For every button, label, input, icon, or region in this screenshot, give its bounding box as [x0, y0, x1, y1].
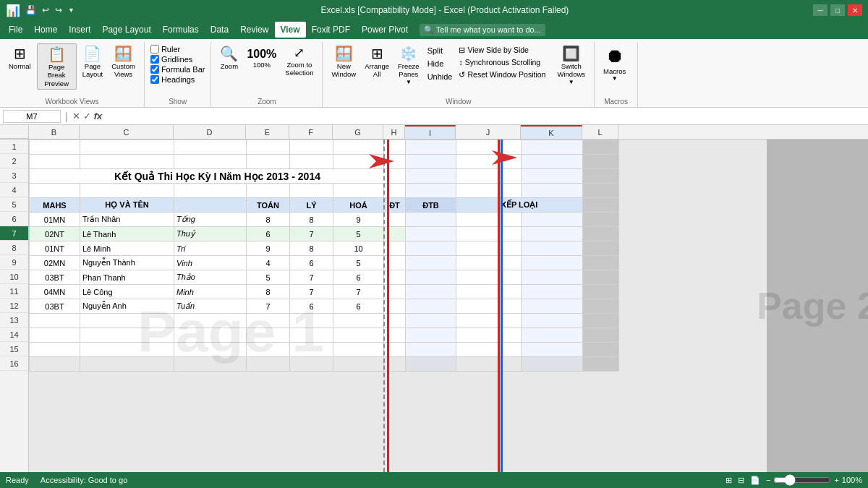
minimize-button[interactable]: ─ — [813, 4, 827, 16]
cell-g16[interactable] — [333, 357, 384, 372]
macros-button[interactable]: ⏺ Macros ▼ — [600, 43, 629, 83]
cell-g15[interactable] — [333, 343, 384, 357]
cell-h13[interactable] — [384, 314, 406, 328]
cell-d2[interactable] — [174, 155, 247, 169]
gridlines-check-input[interactable] — [150, 55, 159, 64]
redo-button[interactable]: ↪ — [53, 4, 64, 16]
freeze-panes-button[interactable]: ❄️ Freeze Panes ▼ — [395, 43, 422, 87]
page-layout-button[interactable]: 📄 Page Layout — [80, 43, 106, 80]
menu-file[interactable]: File — [3, 22, 28, 38]
customize-quick-access-button[interactable]: ▼ — [66, 6, 77, 14]
cell-e13[interactable] — [247, 314, 290, 328]
cell-c6[interactable]: Trần Nhân — [80, 213, 174, 227]
cell-g12[interactable]: 6 — [333, 299, 384, 314]
cell-l12[interactable] — [583, 299, 619, 314]
cell-c4[interactable] — [80, 184, 174, 198]
menu-formulas[interactable]: Formulas — [157, 22, 205, 38]
cell-k1[interactable] — [522, 140, 583, 155]
cell-l11[interactable] — [583, 285, 619, 299]
ruler-checkbox[interactable]: Ruler — [150, 45, 205, 53]
cell-k6[interactable] — [522, 213, 583, 227]
row-header-14[interactable]: 14 — [0, 328, 28, 342]
formula-fx-button[interactable]: fx — [94, 111, 103, 121]
cell-k15[interactable] — [522, 343, 583, 357]
cell-j16[interactable] — [456, 357, 522, 372]
row-header-16[interactable]: 16 — [0, 356, 28, 371]
cell-b6[interactable]: 01MN — [30, 213, 80, 227]
page-layout-status-button[interactable]: 📄 — [750, 476, 760, 485]
cell-d9[interactable]: Vinh — [174, 256, 247, 270]
cell-e6[interactable]: 8 — [247, 213, 290, 227]
col-header-d[interactable]: D — [174, 125, 246, 139]
col-header-b[interactable]: B — [29, 125, 80, 139]
cell-k3[interactable] — [522, 169, 583, 184]
cell-j12[interactable] — [456, 299, 522, 314]
zoom-button[interactable]: 🔍 Zoom — [217, 43, 241, 72]
cell-b15[interactable] — [30, 343, 80, 357]
cell-title[interactable]: Kết Quả Thi Học Kỳ I Năm Học 2013 - 2014 — [30, 169, 406, 184]
header-ho-va-ten[interactable]: HỌ VÀ TÊN — [80, 198, 174, 213]
cell-i8[interactable] — [406, 241, 456, 256]
cell-l2[interactable] — [583, 155, 619, 169]
cell-l15[interactable] — [583, 343, 619, 357]
sync-scrolling-button[interactable]: ↕ Synchronous Scrolling — [457, 57, 551, 67]
menu-page-layout[interactable]: Page Layout — [96, 22, 156, 38]
row-header-3[interactable]: 3 — [0, 168, 28, 183]
cell-e10[interactable]: 5 — [247, 270, 290, 285]
row-header-10[interactable]: 10 — [0, 270, 28, 284]
cell-f13[interactable] — [290, 314, 333, 328]
cell-b8[interactable]: 01NT — [30, 241, 80, 256]
cell-d6[interactable]: Tống — [174, 213, 247, 227]
formula-confirm-button[interactable]: ✓ — [83, 111, 91, 121]
cell-e9[interactable]: 4 — [247, 256, 290, 270]
cell-d16[interactable] — [174, 357, 247, 372]
cell-i7[interactable] — [406, 227, 456, 241]
tell-me-input[interactable]: 🔍 Tell me what you want to do... — [420, 24, 545, 36]
cell-d14[interactable] — [174, 328, 247, 343]
cell-f15[interactable] — [290, 343, 333, 357]
cell-i6[interactable] — [406, 213, 456, 227]
cell-h15[interactable] — [384, 343, 406, 357]
cell-c9[interactable]: Nguyễn Thành — [80, 256, 174, 270]
menu-home[interactable]: Home — [28, 22, 63, 38]
cell-l3[interactable] — [583, 169, 619, 184]
col-header-h[interactable]: H — [383, 125, 405, 139]
cell-j15[interactable] — [456, 343, 522, 357]
view-side-by-side-button[interactable]: ⊟ View Side by Side — [457, 45, 551, 55]
cell-e16[interactable] — [247, 357, 290, 372]
close-button[interactable]: ✕ — [848, 4, 862, 16]
cell-d4[interactable] — [174, 184, 247, 198]
col-header-k[interactable]: K — [521, 125, 582, 139]
cell-g2[interactable] — [333, 155, 384, 169]
cell-k10[interactable] — [522, 270, 583, 285]
cell-j2[interactable] — [456, 155, 522, 169]
cell-k12[interactable] — [522, 299, 583, 314]
cell-e2[interactable] — [247, 155, 290, 169]
normal-view-status-button[interactable]: ⊞ — [726, 476, 732, 485]
cell-f12[interactable]: 6 — [290, 299, 333, 314]
cell-c7[interactable]: Lê Thanh — [80, 227, 174, 241]
cell-d15[interactable] — [174, 343, 247, 357]
row-header-12[interactable]: 12 — [0, 299, 28, 313]
cell-i16[interactable] — [406, 357, 456, 372]
reset-window-button[interactable]: ↺ Reset Window Position — [457, 69, 551, 80]
cell-d1[interactable] — [174, 140, 247, 155]
name-box[interactable] — [3, 110, 61, 123]
cell-l16[interactable] — [583, 357, 619, 372]
cell-j7[interactable] — [456, 227, 522, 241]
cell-k14[interactable] — [522, 328, 583, 343]
cell-i14[interactable] — [406, 328, 456, 343]
cell-b13[interactable] — [30, 314, 80, 328]
menu-foxit-pdf[interactable]: Foxit PDF — [306, 22, 356, 38]
cell-c2[interactable] — [80, 155, 174, 169]
cell-h11[interactable] — [384, 285, 406, 299]
row-header-11[interactable]: 11 — [0, 284, 28, 299]
cell-f9[interactable]: 6 — [290, 256, 333, 270]
cell-k8[interactable] — [522, 241, 583, 256]
cell-j6[interactable] — [456, 213, 522, 227]
cell-b11[interactable]: 04MN — [30, 285, 80, 299]
header-mahs[interactable]: MAHS — [30, 198, 80, 213]
row-header-6[interactable]: 6 — [0, 212, 28, 226]
row-header-7[interactable]: 7 — [0, 226, 28, 241]
zoom-100-button[interactable]: 100% 100% — [244, 43, 279, 70]
